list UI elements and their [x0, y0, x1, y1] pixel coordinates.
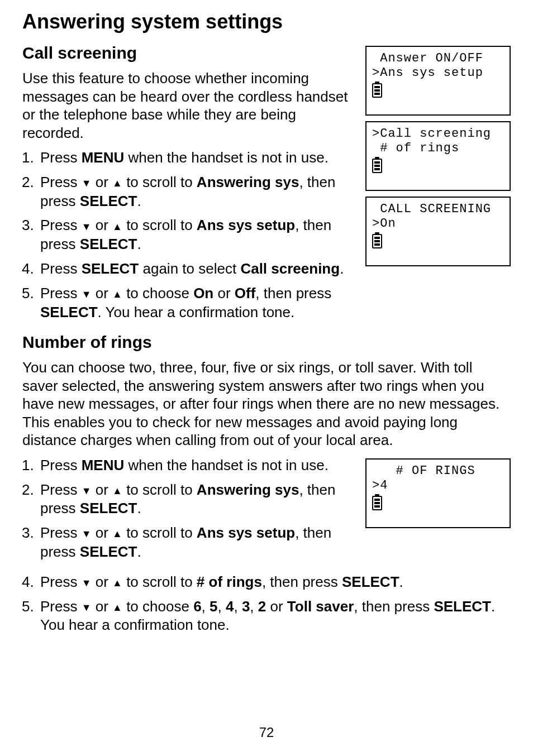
text: .	[137, 193, 141, 209]
call-screening-steps: Press MENU when the handset is not in us…	[22, 149, 355, 322]
select-label: SELECT	[342, 573, 399, 590]
text: Press	[40, 174, 82, 190]
text: .	[137, 543, 141, 560]
text: or	[266, 598, 287, 615]
off-label: Off	[235, 285, 256, 302]
text: or	[92, 598, 113, 615]
opt-toll-saver: Toll saver	[287, 598, 354, 615]
page-title: Answering system settings	[22, 10, 511, 34]
lcd-line: Answer ON/OFF	[372, 51, 504, 66]
lcd-line: >Ans sys setup	[372, 66, 504, 80]
answering-sys-label: Answering sys	[197, 481, 299, 498]
lcd-screen-ans-sys-setup: Answer ON/OFF >Ans sys setup	[365, 46, 511, 116]
lcd-line: CALL SCREENING	[372, 202, 504, 217]
number-of-rings-steps-cont: Press ▼ or ▲ to scroll to # of rings, th…	[22, 573, 511, 635]
section-call-screening-intro: Use this feature to choose whether incom…	[22, 69, 355, 142]
opt-2: 2	[258, 598, 266, 615]
lcd-screen-rings: # OF RINGS >4	[365, 458, 511, 528]
ans-sys-setup-label: Ans sys setup	[197, 524, 295, 541]
menu-label: MENU	[82, 149, 125, 166]
text: Press	[40, 260, 82, 277]
text: .	[137, 236, 141, 252]
section-number-of-rings-heading: Number of rings	[22, 333, 511, 352]
text: to scroll to	[122, 573, 197, 590]
lcd-line: # OF RINGS	[372, 464, 504, 479]
select-label: SELECT	[80, 500, 137, 516]
step-3: Press ▼ or ▲ to scroll to Ans sys setup,…	[38, 524, 355, 562]
step-2: Press ▼ or ▲ to scroll to Answering sys,…	[38, 173, 355, 211]
lcd-stack: Answer ON/OFF >Ans sys setup >Call scree…	[365, 46, 511, 266]
opt-6: 6	[193, 598, 201, 615]
step-5: Press ▼ or ▲ to choose 6, 5, 4, 3, 2 or …	[38, 597, 511, 635]
text: Press	[40, 217, 82, 233]
text: to scroll to	[122, 481, 197, 498]
text: Press	[40, 481, 82, 498]
text: Press	[40, 524, 82, 541]
manual-page: Answering system settings Call screening…	[0, 0, 533, 756]
text: , then press	[262, 573, 342, 590]
text: Press	[40, 598, 82, 615]
text: or	[92, 573, 113, 590]
text: Press	[40, 457, 82, 473]
text: to scroll to	[122, 524, 197, 541]
section-call-screening-heading: Call screening	[22, 44, 355, 63]
text: or	[92, 174, 113, 190]
battery-icon	[372, 159, 382, 173]
lcd-side: # OF RINGS >4	[365, 458, 511, 528]
text: to choose	[122, 598, 193, 615]
select-label: SELECT	[40, 304, 98, 320]
opt-5: 5	[210, 598, 217, 615]
text: when the handset is not in use.	[124, 457, 329, 473]
lcd-line: >Call screening	[372, 127, 504, 141]
step-5: Press ▼ or ▲ to choose On or Off, then p…	[38, 284, 355, 322]
text: to scroll to	[122, 174, 197, 190]
select-label: SELECT	[80, 543, 137, 560]
menu-label: MENU	[82, 457, 125, 473]
lcd-line: # of rings	[372, 141, 504, 156]
text: . You hear a confirmation tone.	[98, 304, 295, 320]
text: Press	[40, 285, 82, 302]
text: when the handset is not in use.	[124, 149, 329, 166]
text: .	[137, 500, 141, 516]
select-label: SELECT	[434, 598, 491, 615]
of-rings-label: # of rings	[197, 573, 262, 590]
text: or	[92, 285, 113, 302]
lcd-screen-on: CALL SCREENING >On	[365, 197, 511, 266]
opt-3: 3	[242, 598, 250, 615]
text: ,	[250, 598, 258, 615]
text: .	[340, 260, 344, 277]
select-label: SELECT	[80, 236, 137, 252]
step-1: Press MENU when the handset is not in us…	[38, 149, 355, 168]
text: to scroll to	[122, 217, 197, 233]
text: or	[92, 217, 113, 233]
ans-sys-setup-label: Ans sys setup	[197, 217, 295, 233]
lcd-screen-call-screening: >Call screening # of rings	[365, 121, 511, 191]
battery-icon	[372, 496, 382, 510]
section-number-of-rings-intro: You can choose two, three, four, five or…	[22, 358, 511, 449]
step-1: Press MENU when the handset is not in us…	[38, 456, 355, 475]
step-2: Press ▼ or ▲ to scroll to Answering sys,…	[38, 481, 355, 519]
text: or	[213, 285, 235, 302]
text: .	[399, 573, 403, 590]
call-screening-label: Call screening	[240, 260, 340, 277]
text: ,	[218, 598, 226, 615]
select-label: SELECT	[80, 193, 137, 209]
step-3: Press ▼ or ▲ to scroll to Ans sys setup,…	[38, 216, 355, 254]
step-4: Press ▼ or ▲ to scroll to # of rings, th…	[38, 573, 511, 592]
text: to choose	[122, 285, 193, 302]
lcd-line: >4	[372, 479, 504, 493]
step-4: Press SELECT again to select Call screen…	[38, 260, 355, 279]
lcd-line: >On	[372, 217, 504, 231]
opt-4: 4	[226, 598, 234, 615]
text: again to select	[139, 260, 240, 277]
battery-icon	[372, 234, 382, 248]
answering-sys-label: Answering sys	[197, 174, 299, 190]
page-number: 72	[0, 725, 533, 740]
text: or	[92, 481, 113, 498]
number-of-rings-steps: Press MENU when the handset is not in us…	[22, 456, 355, 562]
text: , then press	[255, 285, 331, 302]
text: or	[92, 524, 113, 541]
select-label: SELECT	[82, 260, 139, 277]
text: Press	[40, 149, 82, 166]
text: Press	[40, 573, 82, 590]
